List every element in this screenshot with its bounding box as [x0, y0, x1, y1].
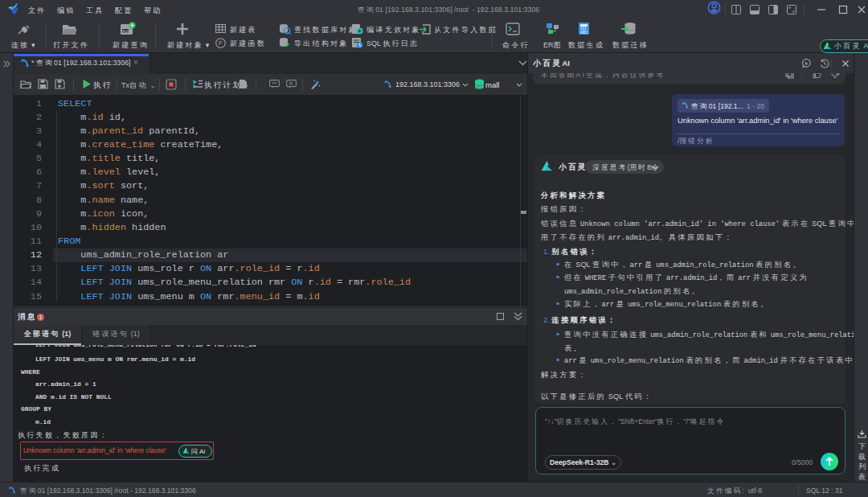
svg-text:ABC: ABC — [580, 31, 588, 35]
svg-text:F: F — [219, 39, 223, 47]
svg-text:SQL: SQL — [122, 29, 129, 33]
